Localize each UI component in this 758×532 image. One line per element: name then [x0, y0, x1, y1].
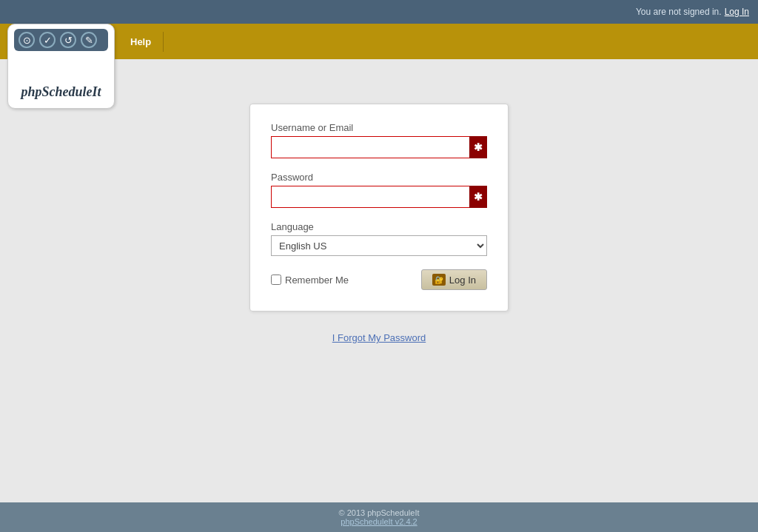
remember-checkbox[interactable] — [271, 275, 281, 285]
password-required-icon: ✱ — [469, 186, 487, 208]
footer-copyright: © 2013 phpScheduleIt — [6, 508, 752, 517]
login-button-icon: 🔐 — [432, 274, 446, 286]
login-button-label: Log In — [449, 275, 476, 286]
logo-text: phpScheduleIt — [21, 84, 101, 101]
password-label: Password — [271, 172, 487, 183]
username-required-icon: ✱ — [469, 136, 487, 158]
login-button[interactable]: 🔐 Log In — [421, 269, 487, 290]
logo-icon-edit: ✎ — [81, 32, 97, 48]
logo-area: ⊙ ✓ ↺ ✎ phpScheduleIt — [7, 24, 115, 109]
username-input[interactable] — [271, 136, 487, 158]
top-bar: You are not signed in. Log In — [0, 0, 758, 24]
username-field-group: Username or Email ✱ — [271, 122, 487, 158]
language-label: Language — [271, 221, 487, 232]
language-select[interactable]: English US Español Français Deutsch — [271, 235, 487, 256]
logo-icon-clock: ⊙ — [19, 32, 35, 48]
logo-icon-check: ✓ — [39, 32, 56, 48]
password-input[interactable] — [271, 186, 487, 208]
logo-icons: ⊙ ✓ ↺ ✎ — [14, 29, 108, 51]
login-card: Username or Email ✱ Password ✱ Language … — [249, 104, 509, 312]
top-login-link[interactable]: Log In — [725, 7, 749, 17]
footer-version-link[interactable]: phpScheduleIt v2.4.2 — [341, 517, 417, 526]
not-signed-text: You are not signed in. — [636, 7, 722, 17]
remember-label[interactable]: Remember Me — [285, 275, 349, 286]
logo-icon-refresh: ↺ — [60, 32, 76, 48]
form-footer: Remember Me 🔐 Log In — [271, 269, 487, 290]
main-content: Username or Email ✱ Password ✱ Language … — [0, 59, 758, 502]
password-input-wrap: ✱ — [271, 186, 487, 208]
remember-wrap: Remember Me — [271, 275, 349, 286]
footer: © 2013 phpScheduleIt phpScheduleIt v2.4.… — [0, 502, 758, 532]
language-field-group: Language English US Español Français Deu… — [271, 221, 487, 256]
username-input-wrap: ✱ — [271, 136, 487, 158]
password-field-group: Password ✱ — [271, 172, 487, 208]
nav-help-link[interactable]: Help — [118, 32, 164, 52]
forgot-password-link[interactable]: I Forgot My Password — [332, 332, 426, 343]
username-label: Username or Email — [271, 122, 487, 133]
